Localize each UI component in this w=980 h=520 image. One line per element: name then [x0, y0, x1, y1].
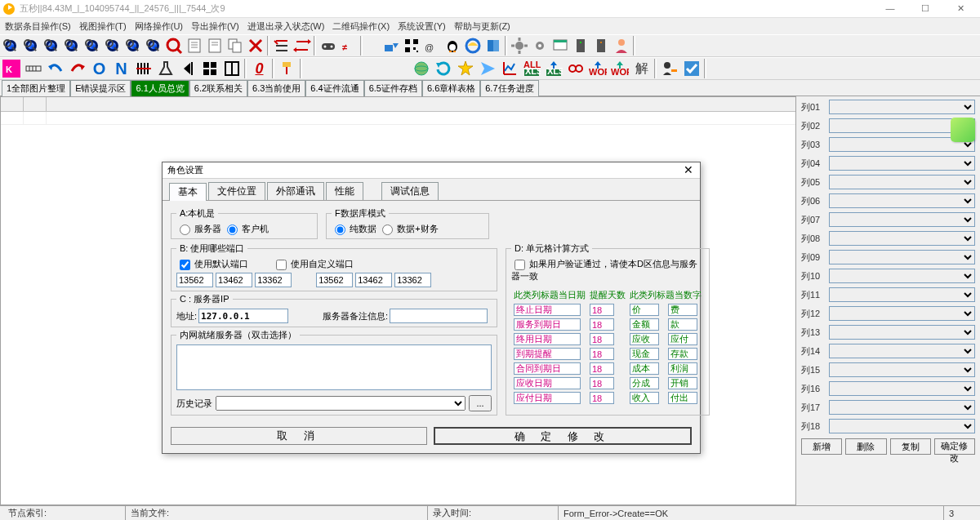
k-icon[interactable]: K — [0, 59, 22, 79]
date-col-input[interactable] — [514, 318, 581, 331]
maximize-button[interactable]: ☐ — [909, 3, 942, 14]
days-input[interactable] — [590, 318, 614, 331]
menu-item[interactable]: 视图操作(T) — [79, 20, 127, 33]
col-select[interactable] — [829, 400, 975, 415]
days-input[interactable] — [590, 377, 614, 389]
tool-icon[interactable] — [143, 36, 163, 56]
days-input[interactable] — [590, 362, 614, 375]
port-input[interactable] — [355, 273, 392, 287]
zero-icon[interactable]: 0 — [248, 59, 270, 79]
num-col-input[interactable] — [668, 333, 697, 345]
days-input[interactable] — [590, 304, 614, 316]
menu-item[interactable]: 导出操作(V) — [191, 20, 239, 33]
radio-client[interactable]: 客户机 — [224, 224, 269, 233]
qq-icon[interactable] — [442, 36, 462, 56]
check-icon[interactable] — [680, 59, 702, 79]
star-icon[interactable] — [454, 59, 476, 79]
tab[interactable]: 6.2联系相关 — [189, 80, 247, 96]
menu-item[interactable]: 帮助与更新(Z) — [454, 20, 510, 33]
col-select[interactable] — [829, 381, 975, 396]
tab[interactable]: 6.5证件存档 — [364, 80, 422, 96]
col-select[interactable] — [829, 344, 975, 358]
refresh-icon[interactable] — [432, 59, 454, 79]
tab-selected[interactable]: 6.1人员总览 — [131, 80, 189, 96]
send-icon[interactable] — [476, 59, 498, 79]
tool-icon[interactable] — [102, 36, 122, 56]
tool-icon[interactable] — [0, 36, 20, 56]
num-col-input[interactable] — [668, 318, 697, 331]
chart-icon[interactable] — [498, 59, 520, 79]
jie-icon[interactable]: 解 — [630, 59, 653, 79]
xls-all-icon[interactable]: ALLXLS — [520, 59, 542, 79]
col-select[interactable] — [829, 269, 975, 283]
date-col-input[interactable] — [514, 348, 581, 360]
num-col-input[interactable] — [630, 392, 659, 404]
chk-default-port[interactable]: 使用默认端口 — [176, 258, 248, 270]
tool-icon[interactable] — [122, 36, 143, 56]
col-select[interactable] — [829, 193, 975, 208]
date-col-input[interactable] — [514, 377, 581, 389]
copy-button[interactable]: 复制 — [890, 438, 931, 455]
col-select[interactable] — [829, 175, 975, 189]
tool-icon[interactable] — [41, 36, 61, 56]
tool-icon[interactable] — [20, 36, 41, 56]
col-select[interactable] — [829, 156, 975, 171]
col-select[interactable] — [829, 287, 975, 302]
date-col-input[interactable] — [514, 333, 581, 345]
server-icon[interactable] — [590, 36, 611, 56]
num-col-input[interactable] — [630, 362, 659, 375]
date-col-input[interactable] — [514, 362, 581, 375]
xls-icon[interactable]: XLS — [542, 59, 564, 79]
bars-icon[interactable] — [132, 59, 154, 79]
history-browse-button[interactable]: ... — [469, 395, 492, 411]
split-icon[interactable] — [220, 59, 243, 79]
arrows-icon[interactable] — [292, 36, 312, 56]
num-col-input[interactable] — [668, 362, 697, 375]
at-icon[interactable]: @ — [421, 36, 442, 56]
server-icon[interactable] — [570, 36, 590, 56]
gear-icon[interactable] — [529, 36, 550, 56]
num-col-input[interactable] — [668, 348, 697, 360]
col-select[interactable] — [829, 306, 975, 321]
n-icon[interactable]: N — [110, 59, 132, 79]
globe-icon[interactable] — [410, 59, 432, 79]
tool-icon[interactable] — [82, 36, 102, 56]
menu-item[interactable]: 二维码操作(X) — [332, 20, 390, 33]
doc-icon[interactable] — [204, 36, 225, 56]
days-input[interactable] — [590, 392, 614, 404]
tab[interactable]: 1全部图片整理 — [2, 80, 70, 96]
window-icon[interactable] — [550, 36, 570, 56]
word-down-icon[interactable]: WORD — [586, 59, 608, 79]
col-select[interactable] — [829, 250, 975, 264]
col-select[interactable] — [829, 325, 975, 340]
cross-icon[interactable] — [245, 36, 265, 56]
num-col-input[interactable] — [668, 392, 697, 404]
user-edit-icon[interactable] — [658, 59, 680, 79]
confirm-button[interactable]: 确定修改 — [934, 438, 975, 455]
num-col-input[interactable] — [668, 377, 697, 389]
radio-puredata[interactable]: 纯数据 — [332, 224, 376, 233]
minimize-button[interactable]: — — [874, 3, 906, 13]
num-col-input[interactable] — [668, 304, 697, 316]
dialog-tab[interactable]: 文件位置 — [208, 182, 265, 200]
port-input[interactable] — [316, 273, 353, 287]
num-col-input[interactable] — [630, 304, 659, 316]
col-select[interactable] — [829, 100, 975, 114]
undo-icon[interactable] — [44, 59, 66, 79]
menu-item[interactable]: 网络操作(U) — [135, 20, 183, 33]
tab[interactable]: 6.7任务进度 — [480, 80, 538, 96]
days-input[interactable] — [590, 333, 614, 345]
cancel-button[interactable]: 取 消 — [171, 427, 427, 445]
col-select[interactable] — [829, 212, 975, 227]
copy-icon[interactable] — [225, 36, 245, 56]
server-note-input[interactable] — [390, 309, 488, 323]
add-button[interactable]: 新增 — [801, 438, 842, 455]
date-col-input[interactable] — [514, 392, 581, 404]
close-icon[interactable]: ✕ — [682, 164, 695, 177]
o-icon[interactable]: O — [88, 59, 110, 79]
menu-item[interactable]: 系统设置(Y) — [398, 20, 446, 33]
grid-icon[interactable] — [198, 59, 220, 79]
days-input[interactable] — [590, 348, 614, 360]
floating-badge-icon[interactable] — [951, 118, 975, 142]
radio-server[interactable]: 服务器 — [176, 224, 221, 233]
